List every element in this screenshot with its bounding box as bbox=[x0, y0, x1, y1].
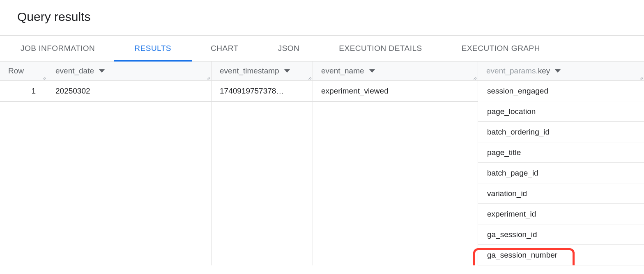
tab-execution-graph[interactable]: EXECUTION GRAPH bbox=[458, 36, 543, 61]
column-header-row[interactable]: Row bbox=[0, 62, 47, 80]
sort-down-icon[interactable] bbox=[284, 69, 290, 73]
column-header-label: event_date bbox=[55, 66, 94, 75]
tabs-bar: JOB INFORMATION RESULTS CHART JSON EXECU… bbox=[0, 35, 644, 62]
column-header-event-timestamp[interactable]: event_timestamp bbox=[212, 62, 313, 80]
sort-down-icon[interactable] bbox=[555, 69, 561, 73]
column-header-event-params-key[interactable]: event_params.key bbox=[478, 62, 644, 80]
param-value-cell: batch_ordering_id bbox=[478, 122, 644, 142]
param-value-cell: page_location bbox=[478, 101, 644, 122]
param-value-cell: ga_session_id bbox=[478, 224, 644, 245]
row-number-column: 1 bbox=[0, 81, 47, 265]
column-header-label: Row bbox=[8, 66, 24, 75]
resize-handle-icon[interactable] bbox=[42, 75, 46, 80]
event-timestamp-column: 1740919757378… bbox=[212, 81, 313, 265]
table-header-row: Row event_date event_timestamp event_nam… bbox=[0, 62, 644, 81]
event-timestamp-cell: 1740919757378… bbox=[212, 81, 313, 102]
param-value-cell: batch_page_id bbox=[478, 163, 644, 183]
param-value-cell: page_title bbox=[478, 142, 644, 163]
column-header-label: event_name bbox=[321, 66, 364, 75]
results-table: Row event_date event_timestamp event_nam… bbox=[0, 62, 644, 265]
tab-results[interactable]: RESULTS bbox=[131, 36, 175, 61]
resize-handle-icon[interactable] bbox=[639, 75, 643, 80]
event-name-column: experiment_viewed bbox=[313, 81, 478, 265]
resize-handle-icon[interactable] bbox=[473, 75, 477, 80]
column-header-event-date[interactable]: event_date bbox=[47, 62, 212, 80]
param-value-cell: ga_session_number bbox=[478, 245, 644, 265]
column-header-event-name[interactable]: event_name bbox=[313, 62, 478, 80]
param-value-cell: experiment_id bbox=[478, 204, 644, 224]
page-title: Query results bbox=[0, 0, 644, 35]
tab-execution-details[interactable]: EXECUTION DETAILS bbox=[336, 36, 425, 61]
resize-handle-icon[interactable] bbox=[206, 75, 210, 80]
event-name-cell: experiment_viewed bbox=[313, 81, 478, 102]
param-value-cell: variation_id bbox=[478, 183, 644, 204]
sort-down-icon[interactable] bbox=[369, 69, 375, 73]
column-header-label: event_params.key bbox=[486, 66, 550, 75]
tab-chart[interactable]: CHART bbox=[207, 36, 242, 61]
event-date-cell: 20250302 bbox=[47, 81, 212, 102]
row-number-cell: 1 bbox=[0, 81, 47, 102]
resize-handle-icon[interactable] bbox=[308, 75, 312, 80]
param-value-cell: session_engaged bbox=[478, 81, 644, 101]
tab-json[interactable]: JSON bbox=[275, 36, 303, 61]
tab-job-information[interactable]: JOB INFORMATION bbox=[17, 36, 98, 61]
sort-down-icon[interactable] bbox=[99, 69, 105, 73]
event-date-column: 20250302 bbox=[47, 81, 212, 265]
table-body: 1 20250302 1740919757378… experiment_vie… bbox=[0, 81, 644, 265]
column-header-label: event_timestamp bbox=[220, 66, 279, 75]
event-params-column: session_engaged page_location batch_orde… bbox=[478, 81, 644, 265]
